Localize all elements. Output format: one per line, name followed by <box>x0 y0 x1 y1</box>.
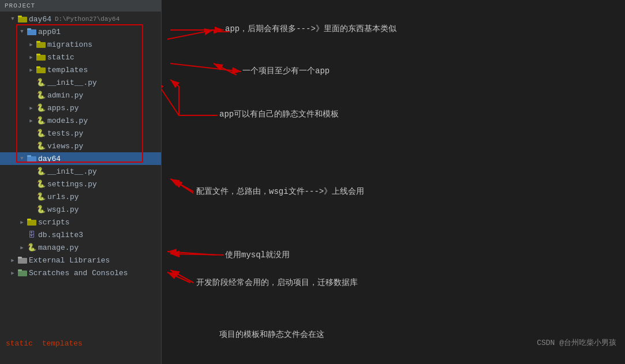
tree-item-day64-sub[interactable]: day64 <box>0 152 161 165</box>
arrow-icon <box>9 16 16 22</box>
arrow-icon <box>28 104 35 111</box>
svg-line-33 <box>170 270 193 283</box>
svg-rect-16 <box>18 271 27 276</box>
arrow-icon <box>9 269 16 276</box>
folder-icon <box>27 155 36 163</box>
tree-item-label: db.sqlite3 <box>38 231 83 239</box>
svg-rect-4 <box>36 42 46 48</box>
tree-item-app01[interactable]: app01 <box>0 25 161 38</box>
tree-item-models[interactable]: 🐍 models.py <box>0 114 161 127</box>
tree-item-init2[interactable]: 🐍 __init__.py <box>0 165 161 178</box>
tree-item-db[interactable]: 🗄 db.sqlite3 <box>0 228 161 241</box>
arrows-svg <box>162 0 625 364</box>
py-file-icon: 🐍 <box>36 78 46 87</box>
folder-icon <box>18 15 27 23</box>
svg-rect-2 <box>27 29 36 35</box>
py-file-icon: 🐍 <box>36 193 46 201</box>
db-file-icon: 🗄 <box>27 231 36 239</box>
tree-item-apps[interactable]: 🐍 apps.py <box>0 102 161 114</box>
tree-item-scratches[interactable]: Scratches and Consoles <box>0 267 161 279</box>
tree-item-label: static <box>47 53 74 62</box>
tree-item-migrations[interactable]: migrations <box>0 38 161 51</box>
tree-item-views[interactable]: 🐍 views.py <box>0 140 161 152</box>
bottom-sub-label: 项目的模板和静态文件会在这 <box>219 329 324 340</box>
svg-rect-17 <box>18 269 22 271</box>
tree-item-label: models.py <box>47 117 88 125</box>
tree-item-label: wsgi.py <box>47 205 79 214</box>
svg-rect-3 <box>27 28 31 30</box>
tree-item-admin[interactable]: 🐍 admin.py <box>0 89 161 102</box>
annotation-1: app，后期会有很多--->》里面的东西基本类似 <box>225 23 396 35</box>
tree-container: day64 D:\Python27\day64 app01 migrations <box>0 12 161 279</box>
folder-icon <box>36 40 46 48</box>
tree-item-path: D:\Python27\day64 <box>55 16 119 22</box>
tree-item-urls[interactable]: 🐍 urls.py <box>0 190 161 203</box>
folder-icon <box>18 256 27 264</box>
tree-item-label: templates <box>47 66 88 74</box>
svg-line-31 <box>170 179 193 192</box>
tree-item-label: Scratches and Consoles <box>29 269 128 277</box>
tree-item-scripts[interactable]: scripts <box>0 216 161 228</box>
tree-item-label: settings.py <box>47 180 97 189</box>
svg-rect-11 <box>27 155 31 157</box>
svg-rect-14 <box>18 258 27 264</box>
project-label: Project <box>5 2 35 9</box>
py-file-icon: 🐍 <box>36 104 46 112</box>
py-file-icon: 🐍 <box>36 205 46 213</box>
py-file-icon: 🐍 <box>36 129 46 137</box>
annotation-4: 配置文件，总路由，wsgi文件--->》上线会用 <box>196 186 364 198</box>
arrow-icon <box>28 54 35 61</box>
tree-item-manage[interactable]: 🐍 manage.py <box>0 241 161 254</box>
svg-rect-7 <box>36 54 40 55</box>
tree-item-label: tests.py <box>47 129 83 138</box>
tree-item-label: day64 <box>29 15 51 24</box>
annotation-panel: app，后期会有很多--->》里面的东西基本类似 一个项目至少有一个app ap… <box>162 0 625 364</box>
svg-rect-1 <box>18 16 22 17</box>
svg-line-32 <box>170 254 224 255</box>
tree-item-tests[interactable]: 🐍 tests.py <box>0 127 161 140</box>
tree-item-external-libs[interactable]: External Libraries <box>0 254 161 267</box>
annotation-3: app可以有自己的静态文件和模板 <box>219 108 339 121</box>
arrow-icon <box>28 117 35 124</box>
svg-line-19 <box>214 63 237 75</box>
tree-item-label: __init__.py <box>47 167 97 176</box>
folder-icon <box>36 53 46 61</box>
tree-item-label: views.py <box>47 142 83 151</box>
tree-item-static[interactable]: static <box>0 51 161 63</box>
arrow-icon <box>18 244 25 251</box>
svg-rect-12 <box>27 220 36 226</box>
tree-item-label: app01 <box>38 28 61 36</box>
svg-rect-0 <box>18 17 27 22</box>
py-file-icon: 🐍 <box>36 142 46 150</box>
tree-item-settings[interactable]: 🐍 settings.py <box>0 178 161 190</box>
annotation-5: 使用mysql就没用 <box>225 249 290 261</box>
tree-item-label: scripts <box>38 218 70 227</box>
tree-item-wsgi[interactable]: 🐍 wsgi.py <box>0 203 161 216</box>
tree-item-label: migrations <box>47 40 92 49</box>
svg-line-23 <box>167 272 190 283</box>
arrow-icon <box>18 155 25 162</box>
tree-item-init1[interactable]: 🐍 __init__.py <box>0 76 161 89</box>
arrow-icon <box>28 66 35 73</box>
tree-item-label: day64 <box>38 155 61 163</box>
folder-icon <box>27 28 36 36</box>
svg-line-20 <box>162 81 179 115</box>
py-file-icon: 🐍 <box>36 167 46 175</box>
svg-line-30 <box>170 63 241 72</box>
tree-item-day64-root[interactable]: day64 D:\Python27\day64 <box>0 13 161 25</box>
tree-item-templates[interactable]: templates <box>0 63 161 76</box>
svg-rect-5 <box>36 41 40 43</box>
svg-rect-8 <box>36 67 46 73</box>
arrow-icon <box>28 41 35 48</box>
annotation-6: 开发阶段经常会用的，启动项目，迁移数据库 <box>196 277 358 289</box>
svg-line-21 <box>173 180 193 193</box>
svg-rect-9 <box>36 66 40 68</box>
svg-rect-10 <box>27 156 36 162</box>
svg-line-22 <box>167 252 216 255</box>
svg-rect-15 <box>18 257 22 258</box>
bottom-labels: static templates <box>6 339 83 348</box>
tree-item-label: manage.py <box>38 243 78 252</box>
annotation-2: 一个项目至少有一个app <box>242 65 330 77</box>
py-file-icon: 🐍 <box>36 180 46 188</box>
tree-item-label: __init__.py <box>47 78 97 87</box>
